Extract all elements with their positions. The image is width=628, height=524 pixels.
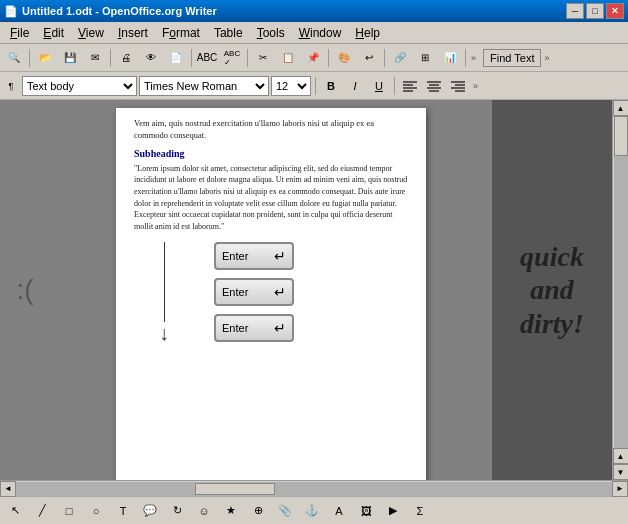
menu-format[interactable]: Format — [156, 24, 206, 42]
paste-button[interactable]: 📌 — [301, 47, 325, 69]
separator — [465, 49, 466, 67]
menu-file[interactable]: File — [4, 24, 35, 42]
note-tool[interactable]: 📎 — [272, 500, 298, 522]
format-button[interactable]: 🎨 — [332, 47, 356, 69]
underline-button[interactable]: U — [368, 76, 390, 96]
close-button[interactable]: ✕ — [606, 3, 624, 19]
style-icon: ¶ — [2, 75, 20, 97]
hyperlink-button[interactable]: 🔗 — [388, 47, 412, 69]
bottom-toolbar: ↖ ╱ □ ○ T 💬 ↻ ☺ ★ ⊕ 📎 ⚓ A 🖼 ▶ Σ — [0, 496, 628, 524]
size-selector[interactable]: 12 — [271, 76, 311, 96]
email-button[interactable]: ✉ — [83, 47, 107, 69]
minimize-button[interactable]: ─ — [566, 3, 584, 19]
right-scrollbar[interactable]: ▲ ▲ ▼ — [612, 100, 628, 480]
enter-button-3[interactable]: Enter ↵ — [214, 314, 294, 342]
separator — [315, 77, 316, 95]
align-center-button[interactable] — [423, 76, 445, 96]
find-text-button[interactable]: Find Text — [483, 49, 541, 67]
separator — [328, 49, 329, 67]
italic-button[interactable]: I — [344, 76, 366, 96]
undo-button[interactable]: ↩ — [357, 47, 381, 69]
quick-dirty-label: quickanddirty! — [520, 240, 584, 341]
document-page: Vem aim, quis nostrud exercitation u'lla… — [116, 108, 426, 480]
chart-button[interactable]: 📊 — [438, 47, 462, 69]
print-button[interactable]: 🖨 — [114, 47, 138, 69]
emoticon: :( — [16, 274, 33, 306]
h-scroll-thumb[interactable] — [195, 483, 275, 495]
subheading: Subheading — [134, 148, 408, 159]
font-selector[interactable]: Times New Roman — [139, 76, 269, 96]
document-area: Vem aim, quis nostrud exercitation u'lla… — [50, 100, 492, 480]
spell2-button[interactable]: ABC✓ — [220, 47, 244, 69]
fmt-overflow[interactable]: » — [471, 81, 480, 91]
separator — [247, 49, 248, 67]
table-button[interactable]: ⊞ — [413, 47, 437, 69]
menu-insert[interactable]: Insert — [112, 24, 154, 42]
image-tool[interactable]: 🖼 — [353, 500, 379, 522]
star-tool[interactable]: ★ — [218, 500, 244, 522]
enter-button-1[interactable]: Enter ↵ — [214, 242, 294, 270]
align-left-button[interactable] — [399, 76, 421, 96]
menu-view[interactable]: View — [72, 24, 110, 42]
separator — [29, 49, 30, 67]
align-right-button[interactable] — [447, 76, 469, 96]
menu-edit[interactable]: Edit — [37, 24, 70, 42]
open-button[interactable]: 📂 — [33, 47, 57, 69]
main-area: :( Vem aim, quis nostrud exercitation u'… — [0, 100, 628, 480]
scroll-right-button[interactable]: ► — [612, 481, 628, 497]
enter-arrow-2: ↵ — [274, 284, 286, 300]
chart-tool[interactable]: ☺ — [191, 500, 217, 522]
scroll-left-button[interactable]: ◄ — [0, 481, 16, 497]
text-tool[interactable]: T — [110, 500, 136, 522]
cut-button[interactable]: ✂ — [251, 47, 275, 69]
rect-tool[interactable]: □ — [56, 500, 82, 522]
enter-section: ↓ Enter ↵ Enter ↵ Enter ↵ — [134, 242, 408, 355]
h-scroll-track[interactable] — [16, 482, 612, 496]
spell-button[interactable]: ABC — [195, 47, 219, 69]
pdf-button[interactable]: 📄 — [164, 47, 188, 69]
horizontal-scrollbar: ◄ ► — [0, 480, 628, 496]
menu-table[interactable]: Table — [208, 24, 249, 42]
scroll-down-button2[interactable]: ▼ — [613, 464, 629, 480]
main-toolbar: 🔍 📂 💾 ✉ 🖨 👁 📄 ABC ABC✓ ✂ 📋 📌 🎨 ↩ 🔗 ⊞ 📊 »… — [0, 44, 628, 72]
title-bar-controls: ─ □ ✕ — [566, 3, 624, 19]
copy-button[interactable]: 📋 — [276, 47, 300, 69]
down-arrow-icon: ↓ — [159, 322, 169, 345]
separator — [110, 49, 111, 67]
menu-tools[interactable]: Tools — [251, 24, 291, 42]
menu-help[interactable]: Help — [349, 24, 386, 42]
scroll-up-button[interactable]: ▲ — [613, 100, 629, 116]
enter-label-1: Enter — [222, 250, 248, 262]
vertical-line — [164, 242, 165, 322]
line-tool[interactable]: ╱ — [29, 500, 55, 522]
scroll-down-button1[interactable]: ▲ — [613, 448, 629, 464]
title-bar: 📄 Untitled 1.odt - OpenOffice.org Writer… — [0, 0, 628, 22]
enter-buttons-group: Enter ↵ Enter ↵ Enter ↵ — [214, 242, 294, 355]
scroll-track[interactable] — [614, 116, 628, 448]
bold-button[interactable]: B — [320, 76, 342, 96]
symbol-tool[interactable]: ⊕ — [245, 500, 271, 522]
new-button[interactable]: 🔍 — [2, 47, 26, 69]
ellipse-tool[interactable]: ○ — [83, 500, 109, 522]
toolbar-overflow[interactable]: » — [469, 53, 478, 63]
left-sidebar: :( — [0, 100, 50, 480]
style-selector[interactable]: Text body — [22, 76, 137, 96]
menu-window[interactable]: Window — [293, 24, 348, 42]
fontwork-tool[interactable]: A — [326, 500, 352, 522]
save-button[interactable]: 💾 — [58, 47, 82, 69]
app-icon: 📄 — [4, 5, 18, 18]
enter-button-2[interactable]: Enter ↵ — [214, 278, 294, 306]
menu-bar: File Edit View Insert Format Table Tools… — [0, 22, 628, 44]
media-tool[interactable]: ▶ — [380, 500, 406, 522]
enter-label-3: Enter — [222, 322, 248, 334]
scroll-thumb[interactable] — [614, 116, 628, 156]
preview-button[interactable]: 👁 — [139, 47, 163, 69]
callout-tool[interactable]: 💬 — [137, 500, 163, 522]
rotate-tool[interactable]: ↻ — [164, 500, 190, 522]
maximize-button[interactable]: □ — [586, 3, 604, 19]
formula-tool[interactable]: Σ — [407, 500, 433, 522]
select-tool[interactable]: ↖ — [2, 500, 28, 522]
anchor-tool[interactable]: ⚓ — [299, 500, 325, 522]
find-overflow[interactable]: » — [542, 53, 551, 63]
separator — [191, 49, 192, 67]
